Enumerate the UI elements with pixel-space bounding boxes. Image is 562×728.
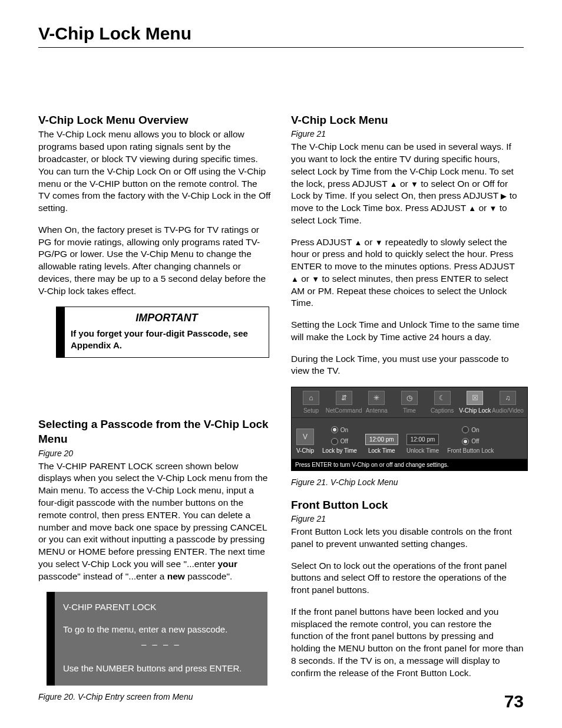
vchip-label: V-Chip — [296, 447, 314, 454]
tab-label: Audio/Video — [492, 407, 524, 414]
menu-tabs: ⌂Setup ⇵NetCommand ✳Antenna ◷Time ☾Capti… — [292, 387, 527, 416]
vchip-lock-icon: ☒ — [467, 391, 483, 405]
passcode-p1b: passcode" instead of "...enter a — [38, 571, 167, 581]
passcode-new: new — [167, 571, 185, 581]
unlock-time-group[interactable]: 12:00 pm Unlock Time — [406, 434, 439, 455]
parent-lock-line1: To go to the menu, enter a new passcode. — [63, 622, 259, 636]
title-rule — [38, 47, 524, 48]
parent-lock-title: V-CHIP PARENT LOCK — [63, 600, 259, 614]
tab-audio-video[interactable]: ♫Audio/Video — [492, 391, 524, 414]
radio-on-icon[interactable] — [331, 426, 338, 433]
down-icon: ▼ — [411, 180, 418, 189]
left-column: V-Chip Lock Menu Overview The V-Chip Loc… — [38, 113, 271, 703]
overview-p1: The V-Chip Lock menu allows you to block… — [38, 129, 271, 214]
fig20-caption: Figure 20. V-Chip Entry screen from Menu — [38, 691, 271, 703]
front-p1: Front Button Lock lets you disable contr… — [291, 526, 524, 551]
lock-by-time-group[interactable]: On Off Lock by Time — [322, 426, 357, 455]
menu-p2: Press ADJUST ▲ or ▼ repeatedly to slowly… — [291, 236, 524, 310]
tab-time[interactable]: ◷Time — [394, 391, 425, 414]
menu-footer: Press ENTER to turn V-Chip on or off and… — [292, 459, 527, 470]
menu-p2e: to select minutes, then press ENTER to s… — [291, 274, 508, 308]
fig21-ref-a: Figure 21 — [291, 129, 524, 140]
page-number: 73 — [504, 691, 524, 711]
up-icon: ▲ — [291, 275, 299, 284]
fig21-caption: Figure 21. V-Chip Lock Menu — [291, 477, 524, 488]
radio-off-label: Off — [471, 437, 479, 445]
tab-label: NetCommand — [326, 407, 362, 414]
tab-antenna[interactable]: ✳Antenna — [361, 391, 392, 414]
overview-heading: V-Chip Lock Menu Overview — [38, 113, 271, 127]
time-icon: ◷ — [401, 391, 418, 405]
audio-video-icon: ♫ — [500, 391, 516, 405]
menu-p2b: or — [362, 237, 375, 247]
tab-setup[interactable]: ⌂Setup — [295, 391, 327, 414]
important-bar — [57, 307, 65, 357]
lock-time-value[interactable]: 12:00 pm — [365, 434, 398, 445]
menu-p4: During the Lock Time, you must use your … — [291, 353, 524, 378]
radio-on-icon[interactable] — [462, 426, 469, 433]
tab-label: Captions — [431, 407, 454, 414]
page-title: V-Chip Lock Menu — [38, 24, 524, 44]
unlock-time-label: Unlock Time — [406, 447, 439, 454]
down-icon: ▼ — [312, 275, 319, 284]
tab-label: Antenna — [366, 407, 388, 414]
passcode-p1c: passcode". — [185, 571, 232, 581]
radio-on-label: On — [340, 426, 348, 434]
menu-p1: The V-Chip Lock menu can be used in seve… — [291, 141, 524, 226]
important-box: IMPORTANT If you forget your four-digit … — [56, 307, 269, 358]
menu-heading: V-Chip Lock Menu — [291, 113, 524, 127]
fig20-ref: Figure 20 — [38, 448, 271, 459]
tab-label: Time — [403, 407, 416, 414]
menu-p1e: or — [476, 203, 489, 213]
right-column: V-Chip Lock Menu Figure 21 The V-Chip Lo… — [291, 113, 524, 703]
radio-off-icon[interactable] — [331, 438, 338, 445]
tab-vchip-lock[interactable]: ☒V-Chip Lock — [459, 391, 491, 414]
menu-p2d: or — [299, 274, 312, 284]
front-heading: Front Button Lock — [291, 498, 524, 512]
menu-p2a: Press ADJUST — [291, 237, 354, 247]
parent-lock-line2: Use the NUMBER buttons and press ENTER. — [63, 661, 259, 675]
passcode-heading: Selecting a Passcode from the V-Chip Loc… — [38, 417, 271, 447]
setup-icon: ⌂ — [303, 391, 319, 405]
lock-by-time-label: Lock by Time — [322, 447, 357, 454]
important-title: IMPORTANT — [71, 311, 263, 325]
fig21-ref-b: Figure 21 — [291, 513, 524, 525]
down-icon: ▼ — [375, 238, 383, 247]
unlock-time-value[interactable]: 12:00 pm — [406, 434, 439, 445]
tab-label: Setup — [303, 407, 319, 414]
front-button-lock-label: Front Button Lock — [447, 447, 494, 454]
overview-p2: When On, the factory preset is TV-PG for… — [38, 224, 271, 298]
front-button-lock-group[interactable]: On Off Front Button Lock — [447, 426, 494, 455]
right-icon: ▶ — [501, 192, 507, 200]
lock-time-label: Lock Time — [368, 447, 395, 454]
up-icon: ▲ — [468, 204, 476, 213]
radio-off-icon[interactable] — [462, 438, 469, 445]
parent-lock-screen: V-CHIP PARENT LOCK To go to the menu, en… — [47, 592, 267, 686]
passcode-your: your — [217, 559, 237, 569]
vchip-menu-mock: ⌂Setup ⇵NetCommand ✳Antenna ◷Time ☾Capti… — [291, 387, 528, 471]
down-icon: ▼ — [490, 204, 497, 213]
radio-on-label: On — [471, 426, 479, 434]
passcode-p1: The V-CHIP PARENT LOCK screen shown belo… — [38, 460, 271, 583]
vchip-icon: V — [296, 429, 314, 445]
up-icon: ▲ — [354, 238, 362, 247]
lock-time-group[interactable]: 12:00 pm Lock Time — [365, 434, 398, 455]
antenna-icon: ✳ — [368, 391, 385, 405]
parent-lock-dashes: – – – – — [63, 637, 259, 651]
important-text: If you forget your four-digit Passcode, … — [71, 328, 263, 352]
passcode-p1a: The V-CHIP PARENT LOCK screen shown belo… — [38, 461, 267, 569]
tab-captions[interactable]: ☾Captions — [427, 391, 458, 414]
menu-p1b: or — [398, 179, 411, 189]
tab-netcommand[interactable]: ⇵NetCommand — [328, 391, 360, 414]
menu-p3: Setting the Lock Time and Unlock Time to… — [291, 319, 524, 344]
radio-off-label: Off — [340, 437, 348, 445]
captions-icon: ☾ — [434, 391, 451, 405]
netcommand-icon: ⇵ — [336, 391, 352, 405]
front-p2: Select On to lock out the operations of … — [291, 560, 524, 597]
tab-label: V-Chip Lock — [459, 407, 491, 414]
vchip-group: V V-Chip — [296, 429, 314, 454]
up-icon: ▲ — [390, 180, 398, 189]
front-p3: If the front panel buttons have been loc… — [291, 606, 524, 680]
